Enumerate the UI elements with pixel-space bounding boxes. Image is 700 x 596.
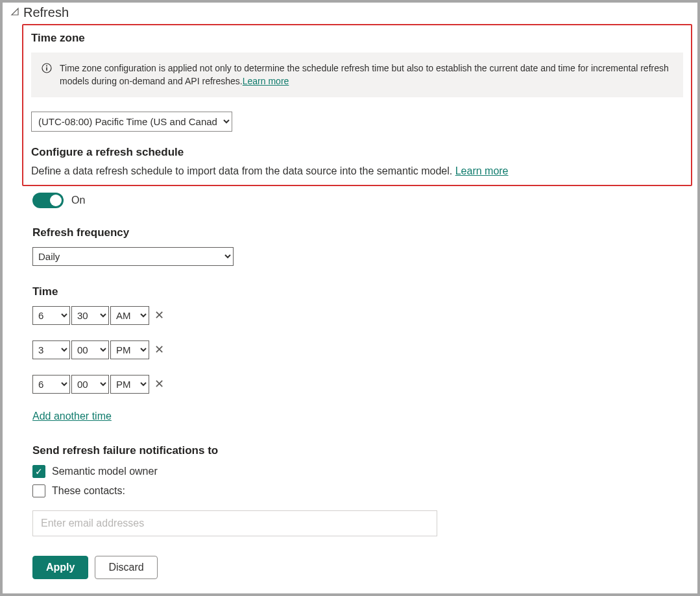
hour-select[interactable]: 3 [32, 340, 70, 359]
section-title: Refresh [23, 5, 69, 20]
contacts-email-input[interactable] [32, 510, 437, 536]
settings-body: On Refresh frequency Daily Time 6 30 AM … [3, 193, 697, 587]
remove-time-icon[interactable]: ✕ [154, 309, 164, 321]
schedule-toggle-row: On [32, 193, 690, 208]
discard-button[interactable]: Discard [95, 556, 157, 579]
frequency-select[interactable]: Daily [32, 247, 234, 266]
timezone-info-text: Time zone configuration is applied not o… [60, 62, 673, 88]
checkmark-icon: ✓ [35, 467, 43, 476]
time-row-1: 3 00 PM ✕ [32, 340, 690, 359]
hour-select[interactable]: 6 [32, 306, 70, 325]
timezone-learn-more-link[interactable]: Learn more [243, 76, 289, 86]
refresh-settings-panel: Refresh Time zone Time zone configuratio… [3, 3, 697, 593]
schedule-description: Define a data refresh schedule to import… [31, 164, 683, 178]
ampm-select[interactable]: PM [110, 340, 149, 359]
notify-contacts-row: These contacts: [32, 484, 690, 497]
time-row-2: 6 00 PM ✕ [32, 375, 690, 394]
timezone-info-body: Time zone configuration is applied not o… [60, 63, 669, 86]
highlighted-region: Time zone Time zone configuration is app… [22, 24, 692, 186]
ampm-select[interactable]: PM [110, 375, 149, 394]
timezone-select[interactable]: (UTC-08:00) Pacific Time (US and Canada) [31, 112, 232, 132]
minute-select[interactable]: 00 [71, 340, 109, 359]
schedule-heading: Configure a refresh schedule [31, 146, 683, 159]
svg-rect-2 [46, 67, 47, 71]
apply-button[interactable]: Apply [32, 556, 88, 579]
notify-contacts-label: These contacts: [52, 485, 125, 497]
collapse-icon [10, 7, 19, 19]
notify-heading: Send refresh failure notifications to [32, 444, 690, 457]
schedule-desc-text: Define a data refresh schedule to import… [31, 165, 455, 176]
minute-select[interactable]: 00 [71, 375, 109, 394]
timezone-heading: Time zone [31, 32, 683, 45]
notify-owner-row: ✓ Semantic model owner [32, 465, 690, 478]
time-row-0: 6 30 AM ✕ [32, 306, 690, 325]
notify-owner-checkbox[interactable]: ✓ [32, 465, 45, 478]
ampm-select[interactable]: AM [110, 306, 149, 325]
schedule-learn-more-link[interactable]: Learn more [455, 165, 509, 176]
hour-select[interactable]: 6 [32, 375, 70, 394]
remove-time-icon[interactable]: ✕ [154, 378, 164, 390]
remove-time-icon[interactable]: ✕ [154, 344, 164, 355]
frequency-heading: Refresh frequency [32, 226, 690, 239]
toggle-state-label: On [71, 195, 85, 206]
timezone-info-banner: Time zone configuration is applied not o… [31, 53, 683, 97]
notify-contacts-checkbox[interactable] [32, 484, 45, 497]
info-icon [42, 63, 52, 73]
action-buttons: Apply Discard [32, 556, 690, 579]
notify-owner-label: Semantic model owner [52, 466, 158, 477]
time-heading: Time [32, 285, 690, 298]
add-another-time-link[interactable]: Add another time [32, 411, 112, 422]
svg-point-1 [46, 66, 47, 67]
section-header[interactable]: Refresh [3, 3, 697, 23]
toggle-knob [50, 195, 62, 206]
schedule-toggle[interactable] [32, 193, 64, 208]
minute-select[interactable]: 30 [71, 306, 109, 325]
